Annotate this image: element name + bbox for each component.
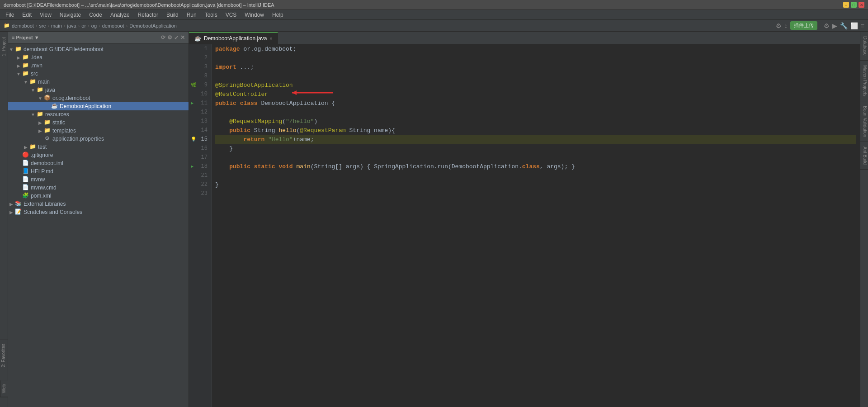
code-line-1[interactable]: package or.og.demoboot; bbox=[215, 44, 856, 53]
menu-bar: FileEditViewNavigateCodeAnalyzeRefactorB… bbox=[0, 10, 868, 20]
menu-item-file[interactable]: File bbox=[2, 11, 18, 19]
tree-item-main[interactable]: ▼📁main bbox=[8, 78, 189, 86]
tree-item-resources[interactable]: ▼📁resources bbox=[8, 110, 189, 118]
breadcrumb-main[interactable]: main bbox=[51, 23, 62, 28]
code-line-15[interactable]: return "Hello"+name; bbox=[215, 135, 856, 144]
gutter-line-12: 12 bbox=[189, 108, 211, 117]
upload-plugin-button[interactable]: 插件上传 bbox=[790, 21, 817, 30]
tree-icon-DemobootApplication: ☕ bbox=[51, 103, 58, 110]
tree-item-gitignore[interactable]: 🔴.gitignore bbox=[8, 151, 189, 159]
nav-bar: 📁 demoboot › src › main › java › or › og… bbox=[0, 20, 868, 32]
nav-tool-icon-5: 🔧 bbox=[840, 22, 848, 29]
menu-item-help[interactable]: Help bbox=[269, 11, 287, 19]
tree-label-mvn: .mvn bbox=[31, 62, 189, 69]
menu-item-navigate[interactable]: Navigate bbox=[56, 11, 85, 19]
breadcrumb-java[interactable]: java bbox=[67, 23, 76, 28]
menu-item-edit[interactable]: Edit bbox=[19, 11, 35, 19]
line-num-17: 17 bbox=[201, 154, 208, 161]
editor-tab-demoboot[interactable]: ☕ DemobootApplication.java × bbox=[189, 32, 278, 44]
code-line-23[interactable] bbox=[215, 189, 856, 198]
tree-item-idea[interactable]: ▶📁.idea bbox=[8, 53, 189, 62]
code-token bbox=[293, 163, 297, 170]
tree-arrow-static: ▶ bbox=[37, 120, 43, 125]
tree-item-mvn[interactable]: ▶📁.mvn bbox=[8, 62, 189, 70]
close-button[interactable]: ✕ bbox=[859, 2, 864, 8]
breadcrumb-class[interactable]: DemobootApplication bbox=[129, 23, 177, 28]
minimize-button[interactable]: – bbox=[843, 2, 849, 8]
right-tab-ant-build[interactable]: Ant Build bbox=[860, 142, 868, 170]
code-line-11[interactable]: public class DemobootApplication { bbox=[215, 99, 856, 108]
maximize-button[interactable]: □ bbox=[851, 2, 857, 8]
tree-item-test[interactable]: ▶📁test bbox=[8, 143, 189, 151]
menu-item-code[interactable]: Code bbox=[85, 11, 106, 19]
code-token: class bbox=[240, 100, 258, 107]
code-token: @RestController bbox=[215, 91, 268, 98]
code-line-22[interactable]: } bbox=[215, 180, 856, 189]
tree-item-mvnw-cmd[interactable]: 📄mvnw.cmd bbox=[8, 184, 189, 192]
breadcrumb-or[interactable]: or bbox=[81, 23, 86, 28]
tree-item-mvnw[interactable]: 📄mvnw bbox=[8, 175, 189, 184]
web-tab[interactable]: Web bbox=[0, 380, 8, 397]
nav-right-tools: ⚙ ↕ 插件上传 ⚙ ▶ 🔧 ⬜ ≡ bbox=[776, 21, 864, 30]
tree-item-static[interactable]: ▶📁static bbox=[8, 118, 189, 127]
menu-item-refactor[interactable]: Refactor bbox=[134, 11, 162, 19]
code-line-8[interactable] bbox=[215, 71, 856, 80]
tree-item-external-libraries[interactable]: ▶📚External Libraries bbox=[8, 200, 189, 208]
menu-item-view[interactable]: View bbox=[36, 11, 55, 19]
nav-tool-icon-3: ⚙ bbox=[824, 22, 830, 29]
menu-item-window[interactable]: Window bbox=[241, 11, 268, 19]
tab-icon: ☕ bbox=[194, 35, 201, 42]
panel-tool-sync[interactable]: ⟳ bbox=[161, 34, 165, 41]
project-tab-label[interactable]: 1: Project bbox=[0, 33, 7, 60]
breadcrumb-src[interactable]: src bbox=[39, 23, 46, 28]
code-line-14[interactable]: public String hello(@RequestParam String… bbox=[215, 126, 856, 135]
right-tab-database[interactable]: Database bbox=[860, 32, 868, 61]
right-tab-bean-validation[interactable]: Bean Validation bbox=[860, 101, 868, 142]
tree-arrow-java: ▼ bbox=[30, 88, 36, 93]
tab-close-button[interactable]: × bbox=[269, 36, 272, 41]
code-line-17[interactable] bbox=[215, 153, 856, 162]
tree-label-resources: resources bbox=[45, 111, 189, 118]
tree-item-HELP-md[interactable]: 📘HELP.md bbox=[8, 167, 189, 175]
code-line-3[interactable]: import ...; bbox=[215, 62, 856, 71]
menu-item-build[interactable]: Build bbox=[163, 11, 182, 19]
tree-item-or-og-demoboot[interactable]: ▼📦or.og.demoboot bbox=[8, 94, 189, 102]
favorites-tab[interactable]: 2: Favorites bbox=[0, 340, 7, 371]
tree-item-application-properties[interactable]: ⚙application.properties bbox=[8, 135, 189, 143]
code-line-13[interactable]: @RequestMapping("/hello") bbox=[215, 117, 856, 126]
panel-tool-settings[interactable]: ⚙ bbox=[167, 34, 172, 41]
code-line-18[interactable]: public static void main(String[] args) {… bbox=[215, 162, 856, 171]
tree-label-scratches: Scratches and Consoles bbox=[24, 209, 189, 215]
breadcrumb-demoboot[interactable]: demoboot bbox=[12, 23, 34, 28]
menu-item-analyze[interactable]: Analyze bbox=[107, 11, 133, 19]
tree-item-scratches[interactable]: ▶📝Scratches and Consoles bbox=[8, 208, 189, 216]
gutter-icon-11: ▶ bbox=[191, 100, 193, 106]
panel-tool-close[interactable]: ✕ bbox=[180, 34, 185, 41]
breadcrumb-demoboot2[interactable]: demoboot bbox=[102, 23, 124, 28]
gutter-line-18: ▶18 bbox=[189, 162, 211, 171]
tree-item-DemobootApplication[interactable]: ☕DemobootApplication bbox=[8, 102, 189, 110]
code-line-16[interactable]: } bbox=[215, 144, 856, 153]
line-num-18: 18 bbox=[201, 163, 208, 170]
menu-item-run[interactable]: Run bbox=[183, 11, 200, 19]
tree-item-demoboot-iml[interactable]: 📄demoboot.iml bbox=[8, 159, 189, 167]
code-line-21[interactable] bbox=[215, 171, 856, 180]
code-token: return bbox=[243, 136, 264, 143]
menu-item-vcs[interactable]: VCS bbox=[222, 11, 241, 19]
tree-item-src[interactable]: ▼📁src bbox=[8, 70, 189, 78]
tree-item-pom-xml[interactable]: 🧩pom.xml bbox=[8, 192, 189, 200]
line-num-15: 15 bbox=[201, 136, 208, 142]
menu-item-tools[interactable]: Tools bbox=[201, 11, 221, 19]
code-content[interactable]: package or.og.demoboot; import ...; @Spr… bbox=[212, 44, 860, 407]
breadcrumb-og[interactable]: og bbox=[91, 23, 97, 28]
tree-item-templates[interactable]: ▶📁templates bbox=[8, 127, 189, 135]
line-num-22: 22 bbox=[201, 181, 208, 188]
tree-item-demoboot-root[interactable]: ▼📁demoboot G:\IDEAFile\demoboot bbox=[8, 45, 189, 53]
code-line-12[interactable] bbox=[215, 108, 856, 117]
right-tab-maven-projects[interactable]: Maven Projects bbox=[860, 61, 868, 101]
panel-tool-expand[interactable]: ⤢ bbox=[174, 34, 179, 41]
code-token: public bbox=[215, 100, 236, 107]
code-line-2[interactable] bbox=[215, 53, 856, 62]
line-num-21: 21 bbox=[201, 172, 208, 179]
tree-item-java[interactable]: ▼📁java bbox=[8, 86, 189, 94]
